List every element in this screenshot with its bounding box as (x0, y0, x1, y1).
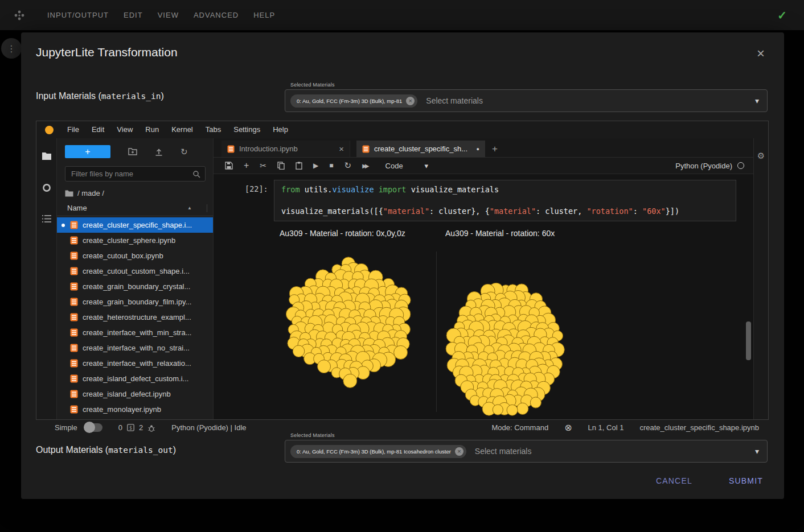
restart-run-all-button[interactable]: ▶▶ (362, 163, 367, 169)
notebook-file-icon (70, 405, 78, 414)
cursor-position[interactable]: Ln 1, Col 1 (588, 423, 624, 432)
new-launcher-button[interactable]: + (65, 145, 110, 158)
file-row[interactable]: create_grain_boundary_film.ipy... (57, 294, 213, 310)
cut-cells-button[interactable]: ✂ (260, 161, 266, 170)
save-button[interactable] (225, 162, 233, 170)
unsaved-changes-dot[interactable]: ● (477, 146, 479, 152)
right-sidebar: ⚙ (753, 138, 768, 419)
notebook-content[interactable]: [22]: from utils.visualize import visual… (214, 174, 753, 419)
file-name: create_grain_boundary_film.ipy... (83, 298, 191, 306)
file-row[interactable]: create_interface_with_no_strai... (57, 340, 213, 356)
app-menu-item[interactable]: VIEW (150, 6, 186, 24)
input-materials-select[interactable]: Selected Materials 0: Au, Gold, FCC (Fm-… (285, 89, 768, 112)
notebook-file-icon (70, 267, 78, 275)
sort-ascending-icon[interactable]: ▲ (187, 205, 192, 211)
chip-remove-icon[interactable]: × (455, 447, 463, 456)
jupyter-menu-item[interactable]: File (61, 121, 85, 138)
notebook-file-icon (70, 390, 78, 398)
jupyter-menu-item[interactable]: Edit (85, 121, 110, 138)
table-of-contents-icon[interactable] (42, 215, 51, 222)
refresh-button[interactable]: ↻ (181, 147, 188, 157)
file-row[interactable]: create_heterostructure_exampl... (57, 310, 213, 325)
jupyterlite-panel: FileEditViewRunKernelTabsSettingsHelp (36, 121, 769, 420)
run-cell-button[interactable]: ▶ (313, 162, 318, 170)
kernel-sessions-icon (147, 424, 155, 432)
file-row[interactable]: create_cutout_custom_shape.i... (57, 263, 213, 279)
tab-close-icon[interactable]: × (339, 144, 344, 154)
file-row[interactable]: create_cluster_sphere.ipynb (57, 233, 213, 248)
file-row[interactable]: create_interface_with_relaxatio... (57, 356, 213, 371)
copy-cells-button[interactable] (277, 162, 285, 170)
insert-cell-button[interactable]: + (244, 160, 249, 171)
running-kernels-icon[interactable] (42, 183, 51, 192)
notebook-file-icon (70, 344, 78, 352)
file-list-header[interactable]: Name ▲ (57, 204, 213, 216)
jupyter-menu-item[interactable]: Settings (227, 121, 266, 138)
name-column-header[interactable]: Name (67, 204, 87, 212)
submit-button[interactable]: SUBMIT (724, 473, 768, 489)
file-row[interactable]: create_cluster_specific_shape.i... (57, 217, 213, 233)
app-menu-item[interactable]: EDIT (116, 6, 150, 24)
paste-cells-button[interactable] (296, 162, 302, 170)
tab-create-cluster-specific-shape[interactable]: create_cluster_specific_sh... ● (356, 141, 485, 157)
kernel-usage[interactable]: 0 $ 2 (118, 423, 155, 432)
toggle-knob (84, 422, 95, 433)
close-icon[interactable]: × (757, 47, 765, 60)
cancel-button[interactable]: CANCEL (651, 473, 697, 489)
material-chip[interactable]: 0: Au, Gold, FCC (Fm-3m) 3D (Bulk), mp-8… (290, 94, 417, 108)
kernel-idle-icon (737, 162, 744, 169)
output-materials-select[interactable]: Selected Materials 0: Au, Gold, FCC (Fm-… (285, 440, 768, 463)
new-tab-button[interactable]: + (492, 143, 498, 157)
file-row[interactable]: create_island_defect_custom.i... (57, 371, 213, 386)
kernel-indicator[interactable]: Python (Pyodide) (675, 162, 744, 170)
scrollbar-thumb[interactable] (746, 321, 751, 360)
screen: INPUT/OUTPUTEDITVIEWADVANCEDHELP ✓ ⋮ Jup… (0, 0, 804, 532)
cell-type-dropdown[interactable]: Code ▾ (385, 162, 429, 170)
statusbar-filename: create_cluster_specific_shape.ipynb (639, 423, 759, 432)
restart-kernel-button[interactable]: ↻ (344, 160, 352, 171)
jupyter-menu-item[interactable]: Help (266, 121, 294, 138)
file-row[interactable]: create_cutout_box.ipynb (57, 248, 213, 263)
jupyter-menu-item[interactable]: Tabs (199, 121, 227, 138)
file-list: create_cluster_specific_shape.i... creat… (57, 217, 213, 417)
file-browser-panel: + ↻ (57, 138, 214, 419)
upload-button[interactable] (155, 148, 163, 156)
select-materials-placeholder: Select materials (475, 447, 532, 456)
code-editor[interactable]: from utils.visualize import visualize_ma… (274, 180, 736, 221)
file-row[interactable]: create_grain_boundary_crystal... (57, 279, 213, 294)
status-check-icon: ✓ (777, 9, 787, 22)
app-logo-icon[interactable] (14, 10, 25, 21)
jupyter-statusbar: Simple 0 $ 2 Python (Pyodide) | Idle Mod… (36, 420, 769, 435)
file-row[interactable]: create_island_defect.ipynb (57, 386, 213, 402)
gear-icon[interactable]: ⚙ (757, 151, 765, 419)
chip-remove-icon[interactable]: × (406, 97, 415, 105)
filter-files-input[interactable] (70, 169, 192, 179)
kernel-status-text[interactable]: Python (Pyodide) | Idle (171, 423, 246, 432)
app-menu-item[interactable]: INPUT/OUTPUT (40, 6, 116, 24)
jupyter-menu-item[interactable]: Kernel (165, 121, 199, 138)
notification-icon[interactable]: ⊗ (564, 422, 572, 433)
background-menu-button[interactable]: ⋮ (1, 38, 22, 59)
stop-kernel-button[interactable]: ■ (329, 162, 333, 170)
jupyter-menu-item[interactable]: View (110, 121, 139, 138)
file-browser-icon[interactable] (42, 152, 52, 160)
jupyter-menu-item[interactable]: Run (139, 121, 165, 138)
notebook-mode-indicator: Mode: Command (491, 423, 548, 432)
dropdown-caret-icon[interactable]: ▾ (755, 96, 759, 105)
home-folder-icon[interactable] (65, 190, 73, 197)
app-menu-item[interactable]: HELP (246, 6, 282, 24)
breadcrumb[interactable]: / made / (65, 189, 205, 197)
simple-mode-toggle[interactable] (84, 423, 102, 432)
notebook-file-icon (70, 236, 78, 245)
new-folder-button[interactable] (128, 148, 137, 155)
dropdown-caret-icon[interactable]: ▾ (755, 447, 759, 456)
notebook-file-icon (70, 374, 78, 383)
material-chip[interactable]: 0: Au, Gold, FCC (Fm-3m) 3D (Bulk), mp-8… (290, 445, 466, 458)
dialog-title: JupyterLite Transformation (36, 46, 178, 59)
file-row[interactable]: create_monolayer.ipynb (57, 402, 213, 417)
file-name: create_interface_with_min_stra... (83, 328, 191, 337)
app-menu-item[interactable]: ADVANCED (186, 6, 246, 24)
svg-text:$: $ (129, 426, 132, 431)
tab-introduction[interactable]: Introduction.ipynb × (221, 141, 350, 157)
file-row[interactable]: create_interface_with_min_stra... (57, 325, 213, 340)
